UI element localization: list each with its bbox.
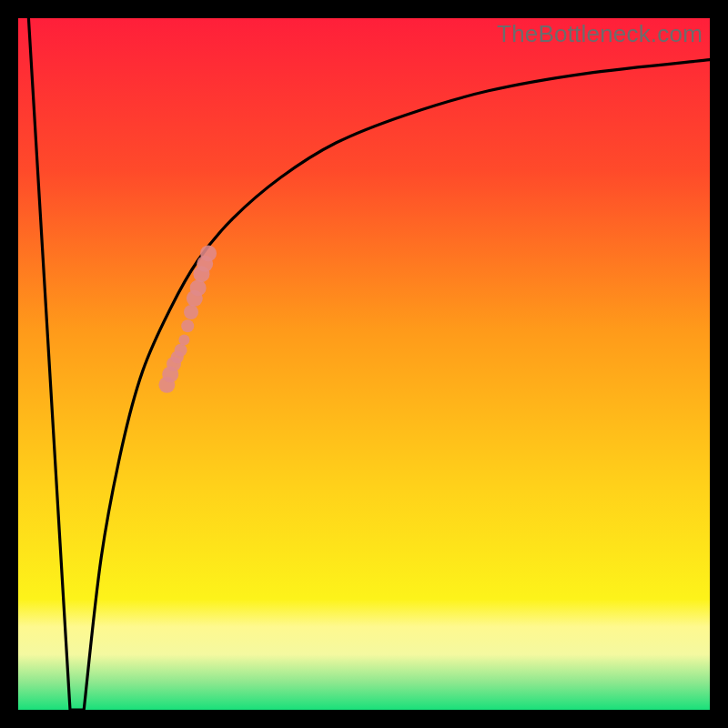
plot-area: TheBottleneck.com <box>18 18 710 710</box>
chart-frame: TheBottleneck.com <box>0 0 728 728</box>
curve-layer <box>18 18 710 710</box>
highlight-marker <box>175 344 187 357</box>
highlight-marker <box>190 279 207 296</box>
highlight-marker <box>200 245 217 261</box>
highlight-markers <box>158 245 217 392</box>
highlight-marker <box>184 305 198 319</box>
highlight-marker <box>181 319 194 332</box>
bottleneck-curve <box>28 18 710 710</box>
highlight-marker <box>178 334 189 345</box>
